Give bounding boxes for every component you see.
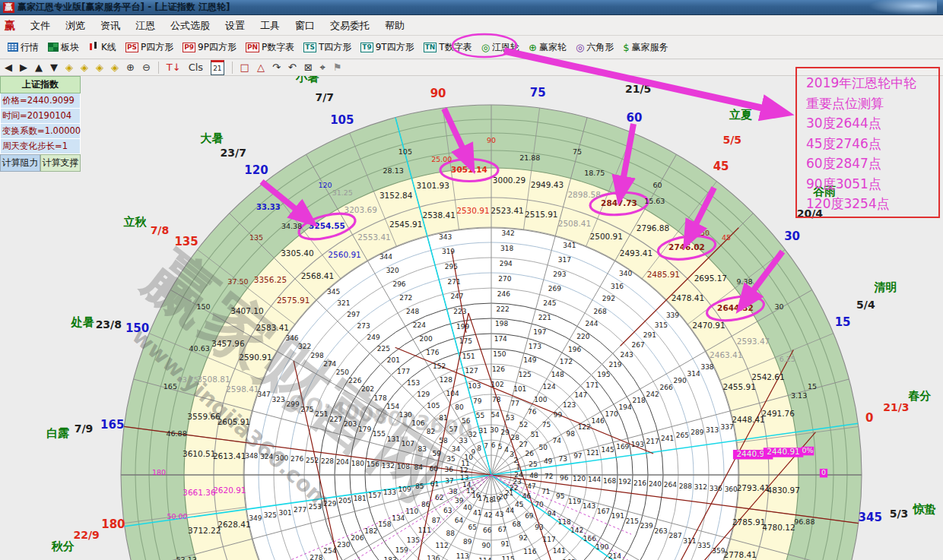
menu-item-4[interactable]: 公式选股 — [163, 17, 217, 35]
shift-up-icon[interactable]: ◈ — [96, 62, 103, 74]
square-tool-icon[interactable]: □ — [240, 62, 249, 74]
shift-down-icon[interactable]: ◈ — [111, 62, 119, 74]
svg-text:0: 0 — [821, 468, 826, 476]
svg-text:2575.91: 2575.91 — [277, 296, 310, 305]
prev-icon[interactable]: ◀ — [5, 62, 12, 74]
menu-item-1[interactable]: 浏览 — [58, 17, 93, 35]
menu-item-6[interactable]: 工具 — [252, 17, 287, 35]
annotation-line-3: 45度2746点 — [806, 134, 935, 154]
svg-text:59: 59 — [432, 450, 441, 457]
svg-text:46: 46 — [522, 492, 532, 500]
svg-text:30: 30 — [774, 302, 783, 311]
zoom-out-icon[interactable]: ⊖ — [142, 62, 151, 74]
menu-item-8[interactable]: 交易委托 — [322, 17, 377, 35]
svg-text:325: 325 — [264, 511, 277, 519]
menu-item-2[interactable]: 资讯 — [93, 17, 128, 35]
zoom-in-icon[interactable]: ⊕ — [126, 62, 135, 74]
svg-text:275: 275 — [300, 406, 313, 413]
svg-text:120: 120 — [318, 181, 332, 189]
calendar-icon[interactable]: 21 — [211, 60, 224, 75]
triangle-tool-icon[interactable]: △ — [257, 62, 265, 74]
svg-text:49: 49 — [544, 457, 553, 465]
toolbar-item-hexagon[interactable]: ◎六角形 — [571, 40, 618, 55]
svg-text:182: 182 — [364, 527, 377, 535]
menu-item-9[interactable]: 帮助 — [377, 17, 412, 35]
svg-text:2620.91: 2620.91 — [213, 486, 246, 495]
toolbar-item-9t-square[interactable]: T99T四方形 — [356, 40, 418, 55]
svg-text:141: 141 — [553, 547, 566, 555]
toolbar-item-t-square[interactable]: TST四方形 — [299, 40, 356, 55]
toolbar-item-quotes-grid[interactable]: 行情 — [3, 40, 43, 55]
svg-text:109: 109 — [398, 486, 411, 493]
svg-text:3101.93: 3101.93 — [417, 181, 449, 190]
rotate-cw-icon[interactable]: ↷ — [272, 62, 281, 74]
fit-icon[interactable]: ⊠ — [304, 62, 313, 74]
menu-item-0[interactable]: 文件 — [23, 17, 58, 35]
toolbar-item-9p-square[interactable]: P99P四方形 — [178, 40, 241, 55]
menu-item-5[interactable]: 设置 — [217, 17, 252, 35]
svg-text:183: 183 — [384, 556, 397, 560]
svg-text:319: 319 — [442, 248, 455, 255]
price-axis-icon[interactable]: T↓ — [167, 62, 181, 74]
next-icon[interactable]: ▶ — [20, 62, 27, 74]
svg-text:323: 323 — [272, 396, 285, 403]
shift-left-icon[interactable]: ◈ — [65, 62, 73, 74]
svg-text:193: 193 — [631, 441, 644, 448]
calc-support-button[interactable]: 计算支撑 — [40, 154, 81, 172]
svg-text:216: 216 — [633, 479, 646, 487]
svg-text:144: 144 — [588, 476, 601, 483]
toolbar-label: 江恩轮 — [492, 41, 519, 54]
shift-right-icon[interactable]: ◈ — [81, 62, 88, 74]
toolbar-item-service[interactable]: $赢家服务 — [618, 40, 672, 55]
svg-text:221: 221 — [538, 314, 551, 321]
svg-text:110: 110 — [405, 508, 418, 515]
toolbar-item-kline[interactable]: K线 — [84, 40, 121, 55]
rotate-right-icon[interactable]: ▼ — [50, 62, 58, 74]
svg-text:342: 342 — [501, 229, 514, 237]
toolbar-item-gann-wheel[interactable]: ◎江恩轮 — [477, 40, 524, 55]
svg-text:201: 201 — [387, 356, 400, 364]
toolbar-item-winner-wheel[interactable]: ⊕赢家轮 — [524, 40, 571, 55]
svg-text:36: 36 — [444, 466, 453, 473]
svg-text:3457.96: 3457.96 — [211, 339, 245, 348]
svg-text:52: 52 — [519, 421, 528, 429]
center-icon[interactable]: ⌖ — [320, 62, 325, 74]
svg-text:157: 157 — [368, 492, 381, 499]
svg-text:2463.41: 2463.41 — [710, 350, 742, 359]
pin-icon[interactable]: ⚑ — [333, 62, 342, 74]
svg-text:31: 31 — [479, 427, 487, 435]
svg-text:132: 132 — [382, 462, 395, 470]
svg-text:264: 264 — [664, 481, 677, 489]
svg-text:38: 38 — [449, 488, 458, 495]
index-params: 价格=2440.9099时间=20190104变换系数=1.00000周天变化步… — [0, 93, 81, 154]
toolbar-item-p-table[interactable]: PNP数字表 — [241, 40, 299, 55]
cls-button[interactable]: Cls — [189, 62, 203, 74]
svg-text:250: 250 — [336, 369, 349, 376]
toolbar-item-p-square[interactable]: PSP四方形 — [121, 40, 178, 55]
svg-text:346: 346 — [285, 334, 298, 342]
menu-item-3[interactable]: 江恩 — [128, 17, 163, 35]
svg-text:292: 292 — [602, 295, 615, 302]
rotate-ccw-icon[interactable]: ↶ — [288, 62, 297, 74]
svg-text:28: 28 — [511, 434, 520, 441]
svg-text:172: 172 — [560, 358, 573, 365]
index-param-2: 变换系数=1.00000 — [0, 124, 81, 139]
svg-text:148: 148 — [551, 371, 564, 378]
svg-text:173: 173 — [529, 343, 541, 350]
calc-resistance-button[interactable]: 计算阻力 — [0, 154, 40, 172]
svg-text:2593.47: 2593.47 — [737, 337, 770, 346]
svg-text:2796.88: 2796.88 — [637, 223, 669, 233]
svg-text:244: 244 — [585, 320, 598, 327]
menu-item-7[interactable]: 窗口 — [287, 17, 322, 35]
svg-text:165: 165 — [164, 382, 177, 391]
svg-text:295: 295 — [445, 263, 458, 271]
svg-text:21/5: 21/5 — [625, 83, 651, 95]
svg-text:335: 335 — [697, 542, 710, 549]
rotate-left-icon[interactable]: ▲ — [35, 62, 43, 74]
toolbar-item-sectors[interactable]: 板块 — [43, 40, 84, 55]
svg-text:225: 225 — [377, 345, 390, 353]
toolbar-item-t-table[interactable]: TNT数字表 — [419, 40, 477, 55]
svg-text:176: 176 — [426, 349, 439, 356]
svg-text:272: 272 — [399, 294, 412, 302]
svg-text:37: 37 — [445, 477, 453, 485]
